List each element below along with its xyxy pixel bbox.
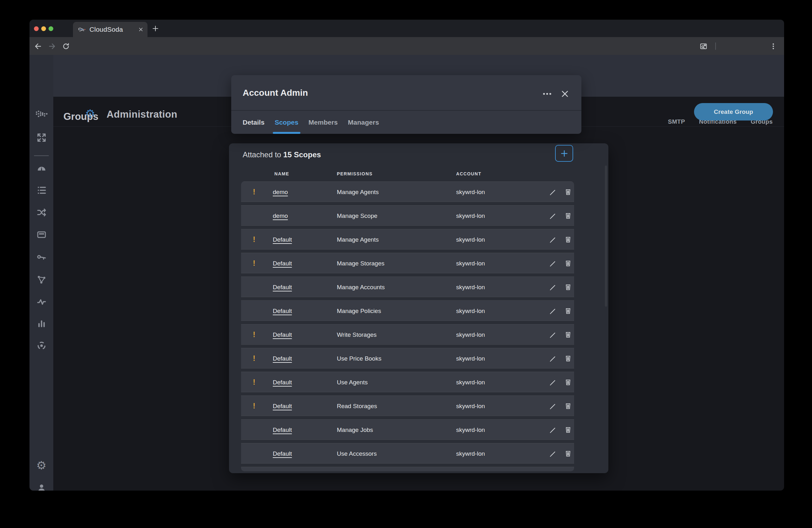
delete-trash-icon[interactable]	[563, 282, 573, 292]
warning-icon: !	[250, 372, 258, 393]
sidebar-item-list[interactable]	[29, 185, 53, 195]
sidebar-item-transfers[interactable]	[29, 132, 53, 143]
new-tab-button[interactable]	[151, 24, 160, 33]
create-group-button[interactable]: Create Group	[694, 103, 773, 120]
window-close-button[interactable]	[34, 26, 39, 31]
browser-tab-cloudsoda[interactable]: CloudSoda	[73, 22, 147, 37]
scope-name-link[interactable]: Default	[273, 348, 292, 369]
scope-account: skywrd-lon	[456, 348, 485, 369]
edit-pencil-icon[interactable]	[548, 259, 557, 268]
warning-icon: !	[250, 182, 258, 202]
sidebar-item-activity[interactable]	[29, 297, 53, 307]
sidebar-item-keys[interactable]	[29, 252, 53, 263]
delete-trash-icon[interactable]	[563, 187, 573, 197]
tab-details[interactable]: Details	[243, 111, 264, 134]
scope-name-link[interactable]: Default	[273, 396, 292, 416]
sidebar-item-account[interactable]	[29, 483, 53, 490]
attached-scopes-label: Attached to 15 Scopes	[243, 150, 321, 159]
scope-account: skywrd-lon	[456, 420, 485, 440]
sidebar-divider	[34, 156, 49, 156]
add-scope-button[interactable]	[555, 145, 573, 162]
sidebar-item-reports[interactable]	[29, 319, 53, 329]
sidebar-item-settings[interactable]: ⚙	[29, 460, 53, 471]
sidebar-item-dashboard[interactable]	[29, 163, 53, 174]
edit-pencil-icon[interactable]	[548, 306, 557, 316]
scope-permissions: Write Storages	[337, 324, 377, 345]
pulse-icon	[37, 297, 47, 307]
scope-account: skywrd-lon	[456, 253, 485, 274]
forward-icon[interactable]	[48, 42, 56, 50]
scopes-panel: Attached to 15 Scopes Name Permissions A…	[229, 143, 608, 473]
reload-icon[interactable]	[62, 42, 70, 50]
scope-name-link[interactable]: Default	[273, 229, 292, 250]
table-row: !DefaultRead Storagesskywrd-lon	[241, 395, 574, 416]
edit-pencil-icon[interactable]	[548, 378, 557, 387]
delete-trash-icon[interactable]	[563, 401, 573, 411]
scope-permissions: Manage Scope	[337, 205, 377, 226]
browser-menu-icon[interactable]	[769, 42, 778, 50]
delete-trash-icon[interactable]	[563, 330, 573, 340]
tab-close-icon[interactable]	[138, 27, 144, 32]
scope-permissions: Manage Policies	[337, 300, 381, 321]
delete-trash-icon[interactable]	[563, 259, 573, 268]
edit-pencil-icon[interactable]	[548, 330, 557, 340]
back-icon[interactable]	[34, 42, 42, 50]
delete-trash-icon[interactable]	[563, 354, 573, 363]
edit-pencil-icon[interactable]	[548, 425, 557, 435]
scope-permissions: Manage Storages	[337, 253, 385, 274]
transfer-arrows-icon	[36, 132, 47, 143]
delete-trash-icon[interactable]	[563, 211, 573, 221]
delete-trash-icon[interactable]	[563, 425, 573, 435]
edit-pencil-icon[interactable]	[548, 235, 557, 245]
delete-trash-icon[interactable]	[563, 235, 573, 245]
scope-name-link[interactable]: Default	[273, 443, 292, 464]
plus-icon	[560, 149, 569, 158]
sidebar-item-home[interactable]	[29, 109, 53, 118]
panel-scrollbar[interactable]	[605, 165, 607, 307]
table-row: !DefaultManage Storagesskywrd-lon	[241, 253, 574, 273]
nav-item-smtp[interactable]: SMTP	[668, 118, 685, 125]
window-zoom-button[interactable]	[48, 26, 53, 31]
sidebar-item-storage[interactable]	[29, 230, 53, 240]
edit-pencil-icon[interactable]	[548, 401, 557, 411]
side-panel-search-icon[interactable]	[699, 42, 708, 50]
scope-name-link[interactable]: Default	[273, 324, 292, 345]
edit-pencil-icon[interactable]	[548, 449, 557, 458]
sidebar-item-turbine[interactable]	[29, 341, 53, 351]
table-row: !DefaultManage Jobsskywrd-lon	[241, 419, 574, 440]
scope-permissions: Use Accessors	[337, 443, 377, 464]
delete-trash-icon[interactable]	[563, 378, 573, 387]
shuffle-icon	[37, 207, 47, 218]
edit-pencil-icon[interactable]	[548, 187, 557, 197]
table-row: !DefaultUse Agentsskywrd-lon	[241, 372, 574, 392]
table-row: !demoManage Scopeskywrd-lon	[241, 205, 574, 226]
warning-icon: !	[250, 396, 258, 416]
modal-close-icon[interactable]	[559, 88, 571, 100]
table-row: !DefaultUse Accessorsskywrd-lon	[241, 443, 574, 464]
delete-trash-icon[interactable]	[563, 449, 573, 458]
scope-name-link[interactable]: Default	[273, 420, 292, 440]
attached-prefix: Attached to	[243, 150, 281, 159]
table-row: !DefaultUse Price Booksskywrd-lon	[241, 348, 574, 368]
window-minimize-button[interactable]	[41, 26, 46, 31]
browser-window: CloudSoda	[29, 20, 784, 490]
turbine-icon	[37, 341, 47, 351]
tab-members[interactable]: Members	[309, 111, 338, 134]
scope-name-link[interactable]: Default	[273, 253, 292, 274]
edit-pencil-icon[interactable]	[548, 211, 557, 221]
scope-name-link[interactable]: Default	[273, 300, 292, 321]
tab-managers[interactable]: Managers	[348, 111, 379, 134]
scope-name-link[interactable]: demo	[273, 182, 288, 202]
scope-name-link[interactable]: demo	[273, 205, 288, 226]
scope-name-link[interactable]: Default	[273, 372, 292, 393]
groups-page-title: Groups	[63, 111, 98, 122]
scope-name-link[interactable]: Default	[273, 277, 292, 297]
scope-permissions: Use Price Books	[337, 348, 381, 369]
sidebar-item-graph[interactable]	[29, 275, 53, 285]
delete-trash-icon[interactable]	[563, 306, 573, 316]
sidebar-item-shuffle[interactable]	[29, 207, 53, 218]
modal-menu-icon[interactable]	[539, 88, 555, 99]
edit-pencil-icon[interactable]	[548, 282, 557, 292]
tab-scopes[interactable]: Scopes	[275, 111, 299, 134]
edit-pencil-icon[interactable]	[548, 354, 557, 363]
